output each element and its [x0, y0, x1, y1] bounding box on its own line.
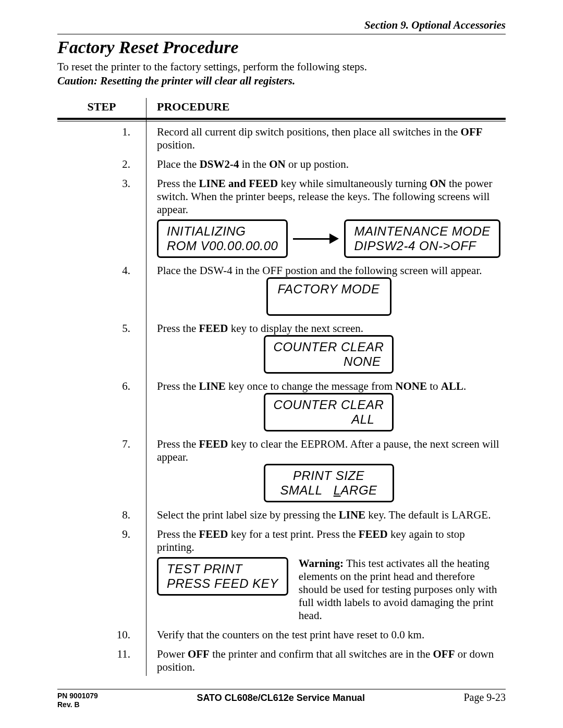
- table-row: 10. Verify that the counters on the test…: [57, 624, 506, 644]
- step-text: Press the LINE and FEED key while simult…: [146, 173, 506, 260]
- arrow-icon: [293, 233, 339, 244]
- table-row: 4. Place the DSW-4 in the OFF postion an…: [57, 260, 506, 318]
- lcd-print-size: PRINT SIZE SMALL LARGE: [264, 464, 394, 502]
- th-procedure: PROCEDURE: [146, 98, 506, 119]
- page-title: Factory Reset Procedure: [57, 38, 506, 57]
- footer-rev: Rev. B: [57, 700, 98, 709]
- step-number: 3.: [57, 173, 146, 260]
- step-number: 10.: [57, 624, 146, 644]
- section-header: Section 9. Optional Accessories: [57, 19, 506, 32]
- table-row: 6. Press the LINE key once to change the…: [57, 376, 506, 434]
- step-number: 2.: [57, 154, 146, 173]
- footer-page: Page 9-23: [463, 692, 506, 704]
- step-text: Press the FEED key to display the next s…: [146, 318, 506, 376]
- step-number: 6.: [57, 376, 146, 434]
- header-rule: [57, 34, 506, 34]
- lcd-initializing: INITIALIZING ROM V00.00.00.00: [157, 219, 288, 258]
- footer-pn: PN 9001079: [57, 692, 98, 700]
- step-number: 1.: [57, 121, 146, 154]
- lcd-counter-clear-none: COUNTER CLEAR NONE: [264, 335, 394, 374]
- page-footer: PN 9001079 Rev. B SATO CL608e/CL612e Ser…: [57, 689, 506, 709]
- step-text: Select the print label size by pressing …: [146, 504, 506, 524]
- th-step: STEP: [57, 98, 146, 119]
- intro-text: To reset the printer to the factory sett…: [57, 60, 506, 73]
- table-row: 2. Place the DSW2-4 in the ON or up post…: [57, 154, 506, 173]
- lcd-factory-mode: FACTORY MODE: [266, 277, 391, 316]
- step-text: Place the DSW-4 in the OFF postion and t…: [146, 260, 506, 318]
- step-number: 5.: [57, 318, 146, 376]
- lcd-test-print: TEST PRINT PRESS FEED KEY: [157, 557, 288, 596]
- table-row: 11. Power OFF the printer and confirm th…: [57, 644, 506, 676]
- table-row: 8. Select the print label size by pressi…: [57, 504, 506, 524]
- step-text: Verify that the counters on the test pri…: [146, 624, 506, 644]
- step-number: 4.: [57, 260, 146, 318]
- table-row: 9. Press the FEED key for a test print. …: [57, 524, 506, 624]
- table-row: 3. Press the LINE and FEED key while sim…: [57, 173, 506, 260]
- step-text: Press the FEED key to clear the EEPROM. …: [146, 434, 506, 504]
- caution-text: Caution: Resetting the printer will clea…: [57, 75, 506, 88]
- lcd-maintenance: MAINTENANCE MODE DIPSW2-4 ON->OFF: [344, 219, 500, 258]
- step-number: 11.: [57, 644, 146, 676]
- table-row: 5. Press the FEED key to display the nex…: [57, 318, 506, 376]
- table-row: 7. Press the FEED key to clear the EEPRO…: [57, 434, 506, 504]
- warning-text: Warning: This test activates all the hea…: [299, 557, 500, 622]
- step-text: Place the DSW2-4 in the ON or up postion…: [146, 154, 506, 173]
- lcd-counter-clear-all: COUNTER CLEAR ALL: [264, 393, 394, 431]
- step-text: Press the FEED key for a test print. Pre…: [146, 524, 506, 624]
- procedure-table: STEP PROCEDURE 1. Record all current dip…: [57, 98, 506, 676]
- table-row: 1. Record all current dip switch positio…: [57, 121, 506, 154]
- step-number: 8.: [57, 504, 146, 524]
- step-number: 9.: [57, 524, 146, 624]
- step-text: Press the LINE key once to change the me…: [146, 376, 506, 434]
- footer-manual: SATO CL608e/CL612e Service Manual: [98, 692, 464, 704]
- step-text: Record all current dip switch positions,…: [146, 121, 506, 154]
- step-number: 7.: [57, 434, 146, 504]
- step-text: Power OFF the printer and confirm that a…: [146, 644, 506, 676]
